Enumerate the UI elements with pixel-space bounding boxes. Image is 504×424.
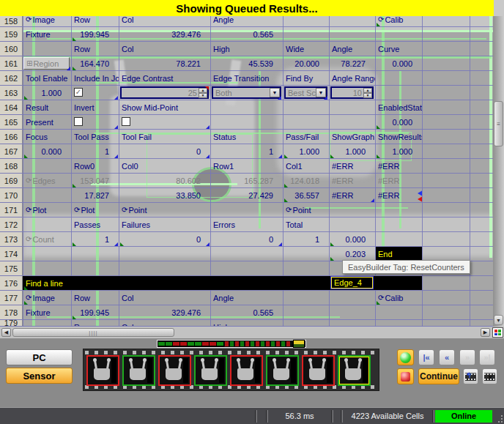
- cell-158G[interactable]: ⟳Calib: [376, 16, 422, 27]
- filmstrip-thumbnail-4-pass[interactable]: [194, 355, 227, 386]
- stop-button[interactable]: [397, 368, 414, 384]
- cell-161A[interactable]: ⊞Region: [23, 56, 71, 71]
- cell-169A[interactable]: ⟳Edges: [23, 174, 71, 188]
- filmstrip-thumbnail-3-fail[interactable]: [158, 355, 191, 386]
- cell-160F[interactable]: Angle: [330, 42, 375, 56]
- cell-162F[interactable]: Angle Range: [330, 71, 375, 86]
- sensor-button[interactable]: Sensor: [6, 368, 73, 384]
- cell-172D[interactable]: Errors: [211, 217, 283, 232]
- cell-172B[interactable]: Passes: [72, 217, 119, 232]
- row-header-168[interactable]: 168: [0, 159, 23, 173]
- cell-171B[interactable]: ⟳Plot: [72, 203, 119, 217]
- cell-166F[interactable]: ShowGraph: [330, 130, 375, 144]
- cell-166A[interactable]: Focus: [23, 130, 71, 144]
- row-header-165[interactable]: 165: [0, 115, 23, 129]
- row-header-171[interactable]: 171: [0, 203, 23, 217]
- view-toggle-button[interactable]: [492, 327, 503, 338]
- cell-170F[interactable]: #ERR: [330, 188, 375, 203]
- cell-167A[interactable]: 0.000: [23, 144, 71, 159]
- cell-161C[interactable]: 78.221: [119, 56, 210, 71]
- cell-176A[interactable]: Find a line: [23, 276, 71, 291]
- cell-167C[interactable]: 0: [119, 144, 210, 159]
- row-header-162[interactable]: 162: [0, 71, 23, 85]
- scroll-right-button[interactable]: ▶: [481, 328, 490, 337]
- row-header-176[interactable]: 176: [0, 276, 23, 290]
- checkbox-checked[interactable]: ✓: [74, 88, 83, 97]
- cell-178A[interactable]: Fixture: [23, 305, 71, 320]
- cell-173A[interactable]: ⟳Count: [23, 232, 71, 247]
- cell-160G[interactable]: Curve: [376, 42, 422, 56]
- cell-165G[interactable]: 0.000: [376, 115, 422, 130]
- cell-177A[interactable]: ⟳Image: [23, 291, 71, 305]
- cell-161F[interactable]: 78.227: [330, 56, 375, 71]
- cell-168B[interactable]: Row0: [72, 159, 119, 174]
- cell-171E[interactable]: ⟳Point: [284, 203, 329, 217]
- vertical-scrollbar-thumb[interactable]: ≡: [494, 101, 503, 146]
- cell-170G[interactable]: #ERR: [376, 188, 422, 203]
- cell-160C[interactable]: Col: [119, 42, 210, 56]
- cell-161G[interactable]: 0.000: [376, 56, 422, 71]
- save-images-button[interactable]: ↰: [463, 368, 478, 384]
- cell-164A[interactable]: Result: [23, 100, 71, 115]
- row-header-160[interactable]: 160: [0, 42, 23, 56]
- cell-176F-edit[interactable]: Edge_4: [330, 276, 374, 289]
- spin-up-icon[interactable]: ▲: [363, 88, 372, 93]
- cell-165C-checkbox[interactable]: [119, 115, 210, 130]
- cell-166G[interactable]: ShowResults: [376, 130, 422, 144]
- checkbox-unchecked[interactable]: [74, 117, 83, 126]
- cell-169B[interactable]: 153.047: [72, 174, 119, 188]
- row-header-163[interactable]: 163: [0, 86, 23, 100]
- cell-167G[interactable]: 1.000: [376, 144, 422, 159]
- cell-169G[interactable]: #ERR: [376, 174, 422, 188]
- run-button[interactable]: [397, 349, 414, 365]
- row-header-159[interactable]: 159: [0, 27, 23, 41]
- cell-177C[interactable]: Col: [119, 291, 210, 305]
- cell-158C[interactable]: Col: [119, 16, 210, 27]
- cell-159C[interactable]: 329.476: [119, 27, 210, 42]
- cell-161D[interactable]: 45.539: [211, 56, 283, 71]
- row-header-179[interactable]: 179: [0, 320, 23, 326]
- cell-169D[interactable]: 165.287: [211, 174, 283, 188]
- row-header-164[interactable]: 164: [0, 100, 23, 114]
- filmstrip-thumbnail-5-fail[interactable]: [230, 355, 263, 386]
- filmstrip-thumbnail-2-pass[interactable]: [122, 355, 155, 386]
- clear-filmstrip-button[interactable]: ✕: [482, 368, 497, 384]
- cell-158B[interactable]: Row: [72, 16, 119, 27]
- cell-163D-dropdown[interactable]: Both▼: [211, 86, 282, 100]
- cell-163B-checkbox[interactable]: ✓: [72, 86, 119, 100]
- cell-171C[interactable]: ⟳Point: [119, 203, 210, 217]
- row-header-174[interactable]: 174: [0, 247, 23, 261]
- cell-173B[interactable]: 1: [72, 232, 119, 247]
- cell-162E[interactable]: Find By: [284, 71, 329, 86]
- row-header-175[interactable]: 175: [0, 261, 23, 275]
- cell-161B[interactable]: 164.470: [72, 56, 119, 71]
- cell-159A[interactable]: Fixture: [23, 27, 71, 42]
- cell-166B[interactable]: Tool Pass: [72, 130, 119, 144]
- cell-166C[interactable]: Tool Fail: [119, 130, 210, 144]
- cell-173F[interactable]: 0.000: [330, 232, 375, 247]
- row-header-161[interactable]: 161: [0, 56, 23, 70]
- cell-171A[interactable]: ⟳Plot: [23, 203, 71, 217]
- cell-159B[interactable]: 199.945: [72, 27, 119, 42]
- cell-170C[interactable]: 33.850: [119, 188, 210, 203]
- cell-166D[interactable]: Status: [211, 130, 283, 144]
- previous-record-button[interactable]: «: [439, 349, 455, 365]
- cell-168C[interactable]: Col0: [119, 159, 210, 174]
- cell-168D[interactable]: Row1: [211, 159, 283, 174]
- scroll-left-button[interactable]: ◀: [1, 328, 11, 337]
- cell-178B[interactable]: 199.945: [72, 305, 119, 320]
- filmstrip-thumbnail-1-fail[interactable]: [86, 355, 119, 386]
- cell-167D[interactable]: 1: [211, 144, 283, 159]
- vertical-scrollbar[interactable]: ≡ ▼: [493, 16, 504, 327]
- cell-168E[interactable]: Col1: [284, 159, 329, 174]
- filmstrip-thumbnail-8-pass[interactable]: [338, 355, 371, 386]
- horizontal-scrollbar-thumb[interactable]: ||||: [12, 328, 174, 337]
- cell-162B[interactable]: Include In Job: [72, 71, 119, 86]
- cell-179B[interactable]: Row: [72, 320, 119, 327]
- cell-158D[interactable]: Angle: [211, 16, 283, 27]
- cell-164G[interactable]: EnabledStatus: [376, 100, 422, 115]
- row-header-169[interactable]: 169: [0, 174, 23, 187]
- filmstrip-thumbnail-6-pass[interactable]: [266, 355, 299, 386]
- cell-169E[interactable]: 124.018: [284, 174, 329, 188]
- dropdown-field[interactable]: Best Score▼: [284, 86, 327, 99]
